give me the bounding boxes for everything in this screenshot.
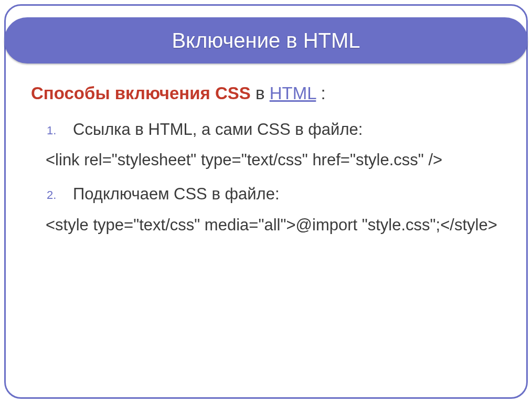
title-bar: Включение в HTML — [4, 17, 528, 63]
heading-line: Способы включения CSS в HTML : — [31, 82, 501, 105]
heading-red: Способы включения CSS — [31, 83, 251, 103]
heading-middle: в — [251, 83, 270, 103]
heading-tail: : — [316, 83, 325, 103]
list-item-text: Подключаем CSS в файле: — [73, 185, 280, 203]
slide-content: Способы включения CSS в HTML : Ссылка в … — [31, 82, 501, 381]
list-item-text: Ссылка в HTML, а сами CSS в файле: — [73, 120, 363, 139]
slide-frame: Включение в HTML Способы включения CSS в… — [4, 4, 528, 399]
code-block: <link rel="stylesheet" type="text/css" h… — [46, 149, 501, 172]
list-item: Подключаем CSS в файле: — [31, 183, 501, 206]
code-block: <style type="text/css" media="all">@impo… — [46, 214, 501, 237]
heading-link[interactable]: HTML — [270, 83, 316, 103]
slide-title: Включение в HTML — [172, 29, 360, 52]
ordered-list: Подключаем CSS в файле: — [31, 183, 501, 206]
list-item: Ссылка в HTML, а сами CSS в файле: — [31, 118, 501, 142]
ordered-list: Ссылка в HTML, а сами CSS в файле: — [31, 118, 501, 142]
